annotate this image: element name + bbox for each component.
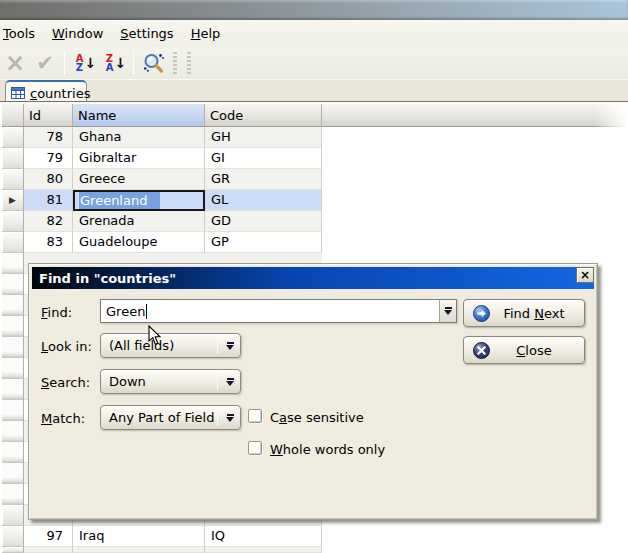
- find-button[interactable]: [138, 49, 168, 77]
- table-grid-icon: [11, 87, 25, 99]
- chevron-down-icon: [220, 378, 240, 386]
- cell-name[interactable]: Grenada: [73, 211, 205, 232]
- table-row[interactable]: 82 Grenada GD: [2, 211, 322, 232]
- find-next-button[interactable]: Find Next: [463, 299, 585, 327]
- close-button[interactable]: Close: [463, 336, 585, 364]
- table-row[interactable]: 83 Guadeloupe GP: [2, 232, 322, 253]
- cell-name[interactable]: Iraq: [73, 526, 205, 547]
- cell-id[interactable]: 78: [24, 127, 73, 148]
- cell-code[interactable]: GH: [205, 127, 322, 148]
- table-row[interactable]: 80 Greece GR: [2, 169, 322, 190]
- cell-name[interactable]: Greece: [73, 169, 205, 190]
- cell-id[interactable]: [24, 547, 73, 553]
- cell-name[interactable]: [73, 547, 205, 553]
- cell-name[interactable]: Gibraltar: [73, 148, 205, 169]
- cell-code[interactable]: GD: [205, 211, 322, 232]
- case-sensitive-label: Case sensitive: [270, 410, 364, 425]
- cell-code[interactable]: GL: [205, 190, 322, 211]
- header-fade: [594, 104, 628, 127]
- cell-name[interactable]: Ghana: [73, 127, 205, 148]
- menu-settings[interactable]: Settings: [120, 26, 173, 41]
- chevron-down-icon: [444, 307, 452, 315]
- cell-id[interactable]: 81: [24, 190, 73, 211]
- cell-id[interactable]: 83: [24, 232, 73, 253]
- find-next-label: Find Next: [490, 306, 584, 321]
- look-in-select[interactable]: (All fields): [100, 333, 241, 358]
- app-window: Tools Window Settings Help × ✔ AZ ↓ ZA ↓: [0, 0, 628, 553]
- cell-id[interactable]: 97: [24, 526, 73, 547]
- row-header[interactable]: [2, 526, 24, 547]
- row-header[interactable]: [2, 148, 24, 169]
- toolbar-drag-handle[interactable]: [173, 52, 177, 74]
- cell-code[interactable]: IQ: [205, 526, 322, 547]
- chevron-down-icon: [220, 342, 240, 350]
- chevron-down-icon: [220, 414, 240, 422]
- magnifier-icon: [142, 52, 165, 75]
- text-caret: [146, 304, 147, 319]
- menubar: Tools Window Settings Help: [0, 20, 628, 47]
- close-label: Close: [490, 343, 584, 358]
- current-row-arrow-icon: ▶: [9, 196, 16, 205]
- mouse-cursor: [148, 325, 162, 349]
- find-input[interactable]: Green: [101, 300, 439, 322]
- table-row[interactable]: 78 Ghana GH: [2, 127, 322, 148]
- close-circle-icon: [473, 342, 490, 359]
- row-header[interactable]: [2, 169, 24, 190]
- row-header[interactable]: [2, 211, 24, 232]
- search-direction-select[interactable]: Down: [100, 369, 241, 394]
- column-header-code[interactable]: Code: [205, 104, 322, 127]
- menu-window[interactable]: Window: [52, 26, 103, 41]
- dropdown-separator: [217, 409, 218, 426]
- menu-help[interactable]: Help: [191, 26, 221, 41]
- table-row-partial[interactable]: [2, 547, 322, 553]
- search-label: Search:: [41, 375, 90, 390]
- look-in-label: Look in:: [41, 339, 92, 354]
- cell-code[interactable]: GP: [205, 232, 322, 253]
- table-header-row: Id Name Code: [2, 104, 628, 127]
- whole-words-label: Whole words only: [270, 442, 385, 457]
- table-corner-header: [2, 104, 24, 127]
- match-select[interactable]: Any Part of Field: [100, 405, 241, 430]
- toolbar-separator: [133, 51, 134, 75]
- menu-tools[interactable]: Tools: [3, 26, 35, 41]
- sort-ascending-button[interactable]: AZ ↓: [69, 49, 99, 77]
- find-label: Find:: [41, 305, 72, 320]
- cell-id[interactable]: 82: [24, 211, 73, 232]
- toolbar-drag-handle[interactable]: [187, 52, 191, 74]
- covered-row-headers: [2, 253, 24, 505]
- whole-words-checkbox[interactable]: [248, 441, 262, 455]
- row-header-current[interactable]: ▶: [2, 190, 24, 211]
- cell-code[interactable]: GR: [205, 169, 322, 190]
- cell-name[interactable]: Guadeloupe: [73, 232, 205, 253]
- cancel-changes-icon: ×: [0, 49, 30, 77]
- dialog-titlebar[interactable]: Find in "countries": [32, 267, 594, 289]
- dialog-close-icon[interactable]: ×: [576, 267, 594, 283]
- column-header-name[interactable]: Name: [73, 104, 205, 127]
- row-header[interactable]: [2, 232, 24, 253]
- find-combo: Green: [100, 299, 457, 323]
- match-label: Match:: [41, 411, 85, 426]
- case-sensitive-checkbox[interactable]: [248, 409, 262, 423]
- find-next-icon: [473, 305, 490, 322]
- row-header[interactable]: [2, 505, 24, 526]
- column-header-filler: [322, 104, 628, 127]
- window-titlebar[interactable]: [0, 0, 628, 20]
- table-row[interactable]: 79 Gibraltar GI: [2, 148, 322, 169]
- cell-id[interactable]: 80: [24, 169, 73, 190]
- table-row-selected[interactable]: ▶ 81 Greenland GL: [2, 190, 322, 211]
- sort-descending-button[interactable]: ZA ↓: [99, 49, 129, 77]
- toolbar: × ✔ AZ ↓ ZA ↓: [0, 47, 628, 79]
- cell-code[interactable]: [205, 547, 322, 553]
- dropdown-separator: [217, 337, 218, 354]
- table-row[interactable]: 97 Iraq IQ: [2, 526, 322, 547]
- toolbar-separator: [64, 51, 65, 75]
- row-header[interactable]: [2, 547, 24, 553]
- find-dialog: Find in "countries" × Find: Green Look i…: [28, 263, 598, 520]
- selected-text: Greenland: [79, 192, 160, 209]
- cell-name-editing[interactable]: Greenland: [73, 190, 205, 211]
- cell-id[interactable]: 79: [24, 148, 73, 169]
- cell-code[interactable]: GI: [205, 148, 322, 169]
- find-history-dropdown-button[interactable]: [439, 300, 456, 322]
- column-header-id[interactable]: Id: [24, 104, 73, 127]
- row-header[interactable]: [2, 127, 24, 148]
